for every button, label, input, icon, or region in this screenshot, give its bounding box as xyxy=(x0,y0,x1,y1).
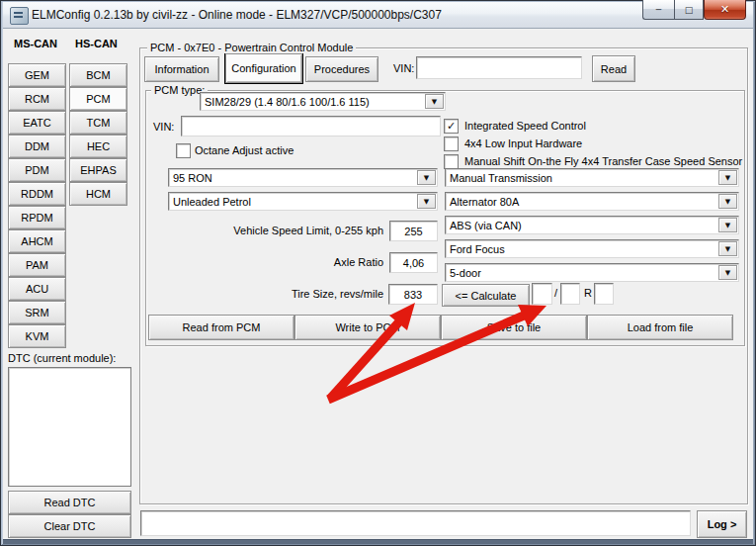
module-button-pam[interactable]: PAM xyxy=(8,253,66,277)
dropdown-arrow-icon[interactable]: ▼ xyxy=(718,241,737,256)
module-button-hec[interactable]: HEC xyxy=(69,135,127,158)
speed-limit-input[interactable] xyxy=(389,221,438,241)
module-button-gem[interactable]: GEM xyxy=(8,63,66,87)
module-button-hcm[interactable]: HCM xyxy=(69,182,127,206)
dropdown-arrow-icon[interactable]: ▼ xyxy=(425,94,444,109)
hs-can-label: HS-CAN xyxy=(75,38,118,49)
dtc-label: DTC (current module): xyxy=(8,352,116,364)
log-button[interactable]: Log > xyxy=(697,510,747,538)
tab-configuration[interactable]: Configuration xyxy=(225,53,302,83)
octane-adjust-checkbox[interactable]: ✓ xyxy=(176,143,191,158)
vin-config-input[interactable] xyxy=(181,116,441,136)
body-style-combo[interactable]: 5-door ▼ xyxy=(445,263,739,282)
calculate-button[interactable]: <= Calculate xyxy=(442,284,530,307)
transmission-combo[interactable]: Manual Transmission ▼ xyxy=(445,168,739,187)
clear-dtc-button[interactable]: Clear DTC xyxy=(8,514,131,538)
module-button-pdm[interactable]: PDM xyxy=(8,158,66,182)
integrated-speed-control-checkbox[interactable]: ✓ xyxy=(444,119,459,134)
dropdown-arrow-icon[interactable]: ▼ xyxy=(718,218,737,232)
tire-separator-label: / xyxy=(554,287,557,299)
tire-width-input[interactable] xyxy=(532,283,552,305)
module-button-ddm[interactable]: DDM xyxy=(8,135,66,158)
pcm-type-value: SIM28/29 (1.4 80/1.6 100/1.6 115) xyxy=(201,96,424,108)
write-to-pcm-button[interactable]: Write to PCM xyxy=(294,315,441,340)
read-dtc-button[interactable]: Read DTC xyxy=(8,491,131,514)
manual-shift-checkbox[interactable]: ✓ xyxy=(444,154,459,169)
module-button-srm[interactable]: SRM xyxy=(8,301,66,324)
fuel-type-combo[interactable]: Unleaded Petrol ▼ xyxy=(168,192,438,211)
octane-rating-value: 95 RON xyxy=(169,172,416,184)
module-button-rcm[interactable]: RCM xyxy=(8,87,66,111)
window-controls: ─ □ ✕ xyxy=(642,0,746,20)
minimize-icon[interactable]: ─ xyxy=(642,0,674,20)
manual-shift-label: Manual Shift On-the Fly 4x4 Transfer Cas… xyxy=(464,155,742,167)
window-title: ELMConfig 0.2.13b by civil-zz - Online m… xyxy=(32,8,442,22)
dtc-listbox[interactable] xyxy=(8,367,131,487)
module-button-eatc[interactable]: EATC xyxy=(8,111,66,135)
read-from-pcm-button[interactable]: Read from PCM xyxy=(148,315,294,340)
app-icon xyxy=(10,7,29,25)
integrated-speed-control-label: Integrated Speed Control xyxy=(464,120,586,132)
alternator-combo[interactable]: Alternator 80A ▼ xyxy=(445,192,739,211)
pcm-type-combo[interactable]: SIM28/29 (1.4 80/1.6 100/1.6 115) ▼ xyxy=(200,92,446,111)
log-input[interactable] xyxy=(140,510,691,536)
tab-procedures[interactable]: Procedures xyxy=(305,56,378,82)
read-vin-button[interactable]: Read xyxy=(592,55,635,82)
vin-config-label: VIN: xyxy=(153,121,174,133)
module-button-acu[interactable]: ACU xyxy=(8,277,66,301)
octane-adjust-label: Octane Adjust active xyxy=(195,144,294,156)
tire-size-input[interactable] xyxy=(388,284,438,305)
module-button-tcm[interactable]: TCM xyxy=(69,111,127,135)
close-icon[interactable]: ✕ xyxy=(704,0,746,20)
module-button-bcm[interactable]: BCM xyxy=(69,63,127,87)
abs-combo[interactable]: ABS (via CAN) ▼ xyxy=(445,216,739,234)
model-value: Ford Focus xyxy=(446,243,717,255)
transmission-value: Manual Transmission xyxy=(446,172,717,184)
module-button-pcm-selected[interactable]: PCM xyxy=(69,87,127,111)
model-combo[interactable]: Ford Focus ▼ xyxy=(445,239,739,258)
module-button-kvm[interactable]: KVM xyxy=(8,324,66,348)
module-button-ahcm[interactable]: AHCM xyxy=(8,229,66,253)
save-to-file-button[interactable]: Save to file xyxy=(441,315,587,340)
maximize-icon[interactable]: □ xyxy=(674,0,704,20)
dropdown-arrow-icon[interactable]: ▼ xyxy=(718,265,737,280)
octane-rating-combo[interactable]: 95 RON ▼ xyxy=(168,168,438,187)
dropdown-arrow-icon[interactable]: ▼ xyxy=(718,194,737,209)
elmconfig-window: ELMConfig 0.2.13b by civil-zz - Online m… xyxy=(0,0,756,546)
4x4-low-input-label: 4x4 Low Input Hardware xyxy=(464,137,582,149)
abs-value: ABS (via CAN) xyxy=(446,220,717,231)
check-icon: ✓ xyxy=(447,121,456,132)
speed-limit-label: Vehicle Speed Limit, 0-255 kph xyxy=(198,225,383,236)
load-from-file-button[interactable]: Load from file xyxy=(587,315,733,340)
module-button-ehpas[interactable]: EHPAS xyxy=(69,158,127,182)
tire-size-label: Tire Size, revs/mile xyxy=(198,288,383,300)
vin-bar-input[interactable] xyxy=(416,56,582,79)
dropdown-arrow-icon[interactable]: ▼ xyxy=(417,170,436,185)
alternator-value: Alternator 80A xyxy=(446,196,717,208)
dropdown-arrow-icon[interactable]: ▼ xyxy=(718,170,737,185)
tire-r-label: R xyxy=(584,287,592,299)
body-style-value: 5-door xyxy=(446,267,717,279)
rim-size-input[interactable] xyxy=(594,283,614,305)
ms-can-label: MS-CAN xyxy=(14,38,57,49)
pcm-groupbox-title: PCM - 0x7E0 - Powertrain Control Module xyxy=(147,42,356,53)
module-button-rddm[interactable]: RDDM xyxy=(8,182,66,206)
axle-ratio-input[interactable] xyxy=(389,252,438,273)
axle-ratio-label: Axle Ratio xyxy=(198,256,383,268)
tab-information[interactable]: Information xyxy=(144,56,219,82)
module-button-rpdm[interactable]: RPDM xyxy=(8,206,66,229)
vin-bar-label: VIN: xyxy=(393,62,414,74)
4x4-low-input-checkbox[interactable]: ✓ xyxy=(444,136,459,151)
dropdown-arrow-icon[interactable]: ▼ xyxy=(417,194,436,209)
tire-aspect-input[interactable] xyxy=(560,283,580,305)
fuel-type-value: Unleaded Petrol xyxy=(169,196,416,208)
